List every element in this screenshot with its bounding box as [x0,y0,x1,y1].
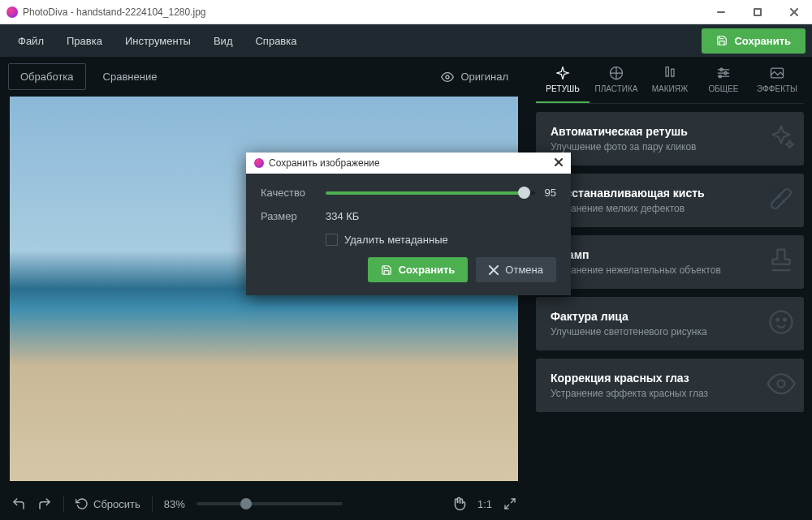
eye-icon [767,369,796,402]
card-title: Восстанавливающая кисть [551,187,789,200]
app-icon [254,158,264,168]
svg-point-21 [783,200,784,202]
dialog-close-button[interactable] [555,157,563,169]
zoom-value: 83% [164,498,185,510]
svg-point-4 [446,75,449,79]
card-title: Коррекция красных глаз [551,372,789,385]
svg-point-23 [771,312,793,333]
tooltab-effects[interactable]: ЭФФЕКТЫ [750,57,804,103]
window-title: PhotoDiva - handstand-2224104_1280.jpg [23,6,206,18]
minimize-button[interactable] [702,0,739,24]
titlebar: PhotoDiva - handstand-2224104_1280.jpg [0,0,812,24]
card-subtitle: Устранение мелких дефектов [551,203,789,214]
svg-rect-10 [666,67,668,77]
card-redeye[interactable]: Коррекция красных глаз Устранение эффект… [536,359,804,412]
svg-rect-1 [754,9,761,15]
dialog-save-button[interactable]: Сохранить [368,257,469,282]
quality-slider[interactable] [326,191,535,195]
card-subtitle: Улучшение светотеневого рисунка [551,326,789,337]
svg-point-20 [778,196,780,197]
zoom-thumb[interactable] [240,498,252,509]
menu-file[interactable]: Файл [6,28,55,54]
original-label: Оригинал [460,71,508,83]
tab-process[interactable]: Обработка [8,63,86,90]
dialog-titlebar: Сохранить изображение [246,153,571,174]
quality-thumb[interactable] [518,187,530,199]
card-auto-retouch[interactable]: Автоматическая ретушь Улучшение фото за … [536,112,804,165]
stamp-icon [767,246,796,278]
menubar: Файл Правка Инструменты Вид Справка Сохр… [0,24,812,57]
undo-button[interactable] [11,496,26,511]
card-face-texture[interactable]: Фактура лица Улучшение светотеневого рис… [536,297,804,350]
svg-point-26 [778,380,785,388]
dialog-title: Сохранить изображение [269,157,380,169]
hand-tool[interactable] [451,496,466,511]
sparkle-icon [767,122,796,155]
card-title: Фактура лица [551,310,789,323]
svg-rect-19 [770,187,793,210]
face-icon [767,307,796,340]
card-healing-brush[interactable]: Восстанавливающая кисть Устранение мелки… [536,174,804,227]
menu-view[interactable]: Вид [202,28,244,54]
svg-point-25 [784,319,786,321]
original-button[interactable]: Оригинал [430,64,520,90]
close-button[interactable] [775,0,812,24]
svg-point-24 [776,319,779,321]
size-value: 334 КБ [326,210,359,222]
reset-label: Сбросить [93,498,140,510]
card-subtitle: Устранение эффекта красных глаз [551,388,789,399]
svg-rect-11 [672,69,674,76]
svg-line-6 [505,505,509,509]
menu-help[interactable]: Справка [244,28,308,54]
tooltab-retouch[interactable]: РЕТУШЬ [536,57,590,103]
card-title: Штамп [551,248,789,261]
app-icon [6,6,18,18]
zoom-ratio: 1:1 [477,498,492,510]
tooltab-general[interactable]: ОБЩЕЕ [697,57,750,103]
zoom-slider[interactable] [197,502,343,505]
save-button[interactable]: Сохранить [702,28,806,54]
reset-button[interactable]: Сбросить [76,497,140,510]
menu-edit[interactable]: Правка [55,28,114,54]
size-label: Размер [261,210,326,222]
eye-icon [441,71,454,84]
metadata-checkbox[interactable] [326,234,338,246]
card-title: Автоматическая ретушь [551,125,789,138]
card-subtitle: Улучшение фото за пару кликов [551,141,789,153]
save-button-label: Сохранить [734,35,791,47]
fullscreen-button[interactable] [503,497,516,510]
save-dialog: Сохранить изображение Качество 95 Размер… [246,153,571,295]
bandage-icon [767,184,796,217]
tooltab-makeup[interactable]: МАКИЯЖ [643,57,697,103]
bottombar: Сбросить 83% 1:1 [0,488,528,520]
dialog-cancel-button[interactable]: Отмена [476,257,556,282]
quality-label: Качество [261,187,326,199]
svg-line-5 [511,499,515,503]
maximize-button[interactable] [739,0,775,24]
tooltab-liquify[interactable]: ПЛАСТИКА [590,57,643,103]
menu-tools[interactable]: Инструменты [114,28,202,54]
card-subtitle: Устранение нежелательных объектов [551,264,789,276]
redo-button[interactable] [37,496,52,511]
tab-compare[interactable]: Сравнение [91,63,170,90]
quality-value: 95 [545,187,556,199]
card-clone-stamp[interactable]: Штамп Устранение нежелательных объектов [536,235,804,289]
metadata-label: Удалить метаданные [344,234,448,246]
